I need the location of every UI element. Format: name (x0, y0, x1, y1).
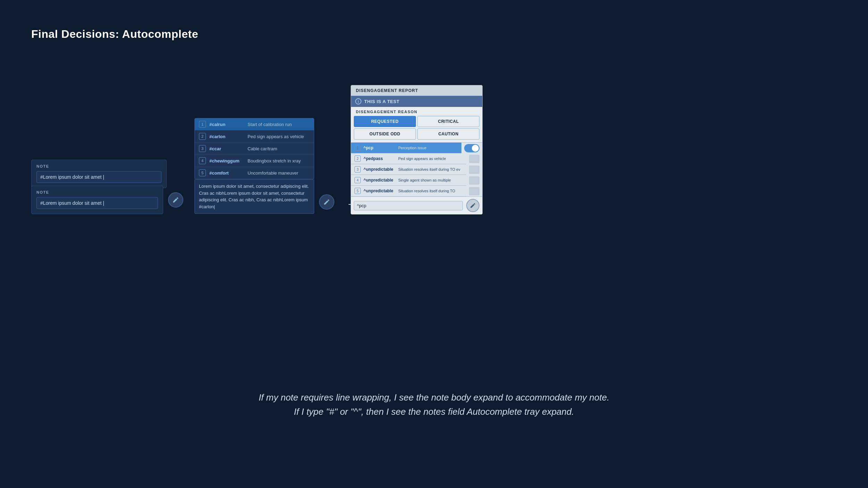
info-icon: i (355, 98, 361, 104)
r-ac-num-4: 4 (354, 177, 361, 183)
pencil-icon-3 (470, 202, 476, 209)
step1-row: NOTE → (31, 186, 222, 214)
note-panel: NOTE (31, 160, 167, 188)
ac-row-4[interactable]: 4 #chewinggum Boudingbox stretch in xray (195, 155, 314, 167)
ac-desc-2: Ped sign appears as vehicle (248, 134, 304, 139)
report-header: DISENGAGEMENT REPORT (351, 85, 482, 96)
note-input-main[interactable] (36, 197, 158, 209)
r-ac-num-5: 5 (354, 188, 361, 194)
caption-line1: If my note requires line wrapping, I see… (0, 390, 868, 404)
reason-caution[interactable]: CAUTION (417, 128, 479, 140)
r-ac-cmd-2: ^pedpass (364, 156, 398, 161)
report-ac-row-5[interactable]: 5 ^unpredictable Situation resolves itse… (351, 186, 466, 196)
report-ac-row-1-wrapper: 1 ^pcp Perception issue (351, 143, 482, 153)
note-input[interactable] (36, 171, 161, 183)
toggle-3[interactable] (469, 166, 479, 174)
reason-critical[interactable]: CRITICAL (417, 116, 479, 127)
ac-row-3[interactable]: 3 #ccar Cable car/tram (195, 143, 314, 155)
test-banner: i THIS IS A TEST (351, 96, 482, 107)
r-ac-desc-4: Single agent shown as multiple (398, 178, 451, 182)
toggle-2[interactable] (469, 155, 479, 163)
test-banner-text: THIS IS A TEST (364, 99, 399, 104)
report-panel: DISENGAGEMENT REPORT i THIS IS A TEST DI… (351, 85, 483, 214)
ac-row-2[interactable]: 2 #carlon Ped sign appears as vehicle (195, 131, 314, 143)
ac-cmd-4: #chewinggum (209, 158, 248, 163)
report-ac-row-1[interactable]: 1 ^pcp Perception issue (351, 143, 461, 153)
step2-row: 1 #calrun Start of calibration run 2 #ca… (194, 118, 373, 214)
step1-container: NOTE (31, 160, 167, 188)
step2-panel: 1 #calrun Start of calibration run 2 #ca… (194, 118, 314, 214)
ac-desc-5: Uncomfortable maneuver (248, 170, 298, 176)
toggle-1[interactable] (464, 144, 479, 152)
report-input-row (351, 196, 482, 214)
ac-num-3: 3 (199, 145, 206, 152)
ac-cmd-5: #comfort (209, 170, 248, 176)
ac-desc-4: Boudingbox stretch in xray (248, 158, 301, 163)
ac-desc-3: Cable car/tram (248, 146, 277, 151)
ac-num-1: 1 (199, 121, 206, 128)
note-panel-inline: NOTE (31, 186, 163, 214)
report-ac-row-3-wrapper: 3 ^unpredictable Situation resolves itse… (351, 164, 482, 175)
r-ac-cmd-3: ^unpredictable (364, 167, 398, 172)
report-ac-row-5-wrapper: 5 ^unpredictable Situation resolves itse… (351, 186, 482, 196)
ac-desc-1: Start of calibration run (248, 122, 292, 127)
toggle-5[interactable] (469, 187, 479, 195)
reason-outside-odd[interactable]: OUTSIDE ODD (354, 128, 416, 140)
report-note-input[interactable] (354, 201, 463, 210)
step2-edit-button[interactable] (319, 194, 334, 210)
r-ac-desc-5: Situation resolves itself during TO (398, 189, 455, 193)
reason-requested[interactable]: REQUESTED (354, 116, 416, 127)
reason-section-label: DISENGAGEMENT REASON (351, 107, 482, 116)
report-ac-row-3[interactable]: 3 ^unpredictable Situation resolves itse… (351, 164, 466, 175)
report-ac-row-2[interactable]: 2 ^pedpass Ped sign appears as vehicle (351, 153, 466, 164)
ac-cmd-2: #carlon (209, 134, 248, 139)
r-ac-num-1: 1 (354, 145, 361, 151)
toggle-knob-1 (472, 145, 479, 152)
caption: If my note requires line wrapping, I see… (0, 390, 868, 419)
report-ac-row-4-wrapper: 4 ^unpredictable Single agent shown as m… (351, 175, 482, 186)
ac-cmd-1: #calrun (209, 122, 248, 127)
r-ac-num-3: 3 (354, 166, 361, 173)
reason-buttons-grid: REQUESTED CRITICAL OUTSIDE ODD CAUTION (351, 116, 482, 142)
report-autocomplete-list: 1 ^pcp Perception issue 2 ^pedpass Ped s… (351, 142, 482, 196)
ac-row-1[interactable]: 1 #calrun Start of calibration run (195, 118, 314, 131)
report-edit-button[interactable] (466, 199, 479, 212)
ac-row-5[interactable]: 5 #comfort Uncomfortable maneuver (195, 167, 314, 179)
ac-num-2: 2 (199, 133, 206, 140)
note-label: NOTE (36, 164, 161, 168)
ac-num-5: 5 (199, 169, 206, 176)
note-body-expanded: Lorem ipsum dolor sit amet, consectetur … (194, 179, 314, 214)
r-ac-num-2: 2 (354, 155, 361, 162)
toggle-4[interactable] (469, 176, 479, 185)
ac-cmd-3: #ccar (209, 146, 248, 151)
step1-edit-button[interactable] (168, 192, 183, 208)
r-ac-desc-1: Perception issue (398, 146, 426, 150)
r-ac-cmd-1: ^pcp (364, 145, 398, 150)
ac-num-4: 4 (199, 157, 206, 164)
note-label-2: NOTE (36, 190, 158, 194)
page-title: Final Decisions: Autocomplete (31, 28, 198, 41)
r-ac-cmd-4: ^unpredictable (364, 178, 398, 183)
r-ac-desc-3: Situation resolves itself during TO ev (398, 167, 460, 171)
report-ac-row-2-wrapper: 2 ^pedpass Ped sign appears as vehicle (351, 153, 482, 164)
r-ac-cmd-5: ^unpredictable (364, 188, 398, 193)
step3-container: DISENGAGEMENT REPORT i THIS IS A TEST DI… (351, 85, 483, 214)
pencil-icon-2 (323, 199, 330, 205)
pencil-icon (172, 196, 179, 203)
caption-line2: If I type "#" or "^", then I see the not… (0, 405, 868, 419)
autocomplete-list: 1 #calrun Start of calibration run 2 #ca… (194, 118, 314, 179)
report-ac-row-4[interactable]: 4 ^unpredictable Single agent shown as m… (351, 175, 466, 186)
r-ac-desc-2: Ped sign appears as vehicle (398, 157, 446, 161)
